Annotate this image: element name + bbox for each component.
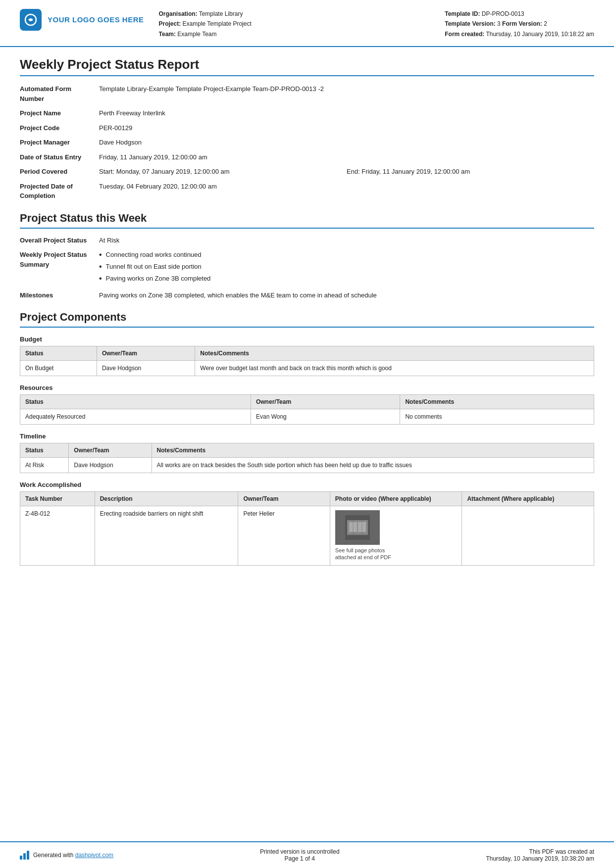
resources-table: Status Owner/Team Notes/Comments Adequat… [20, 394, 594, 425]
milestones-value: Paving works on Zone 3B completed, which… [99, 290, 594, 300]
org-value: Template Library [199, 10, 243, 17]
logo-text: YOUR LOGO GOES HERE [48, 15, 144, 25]
resources-status: Adequately Resourced [20, 409, 251, 425]
budget-table: Status Owner/Team Notes/Comments On Budg… [20, 346, 594, 376]
team-value: Example Team [177, 31, 216, 38]
table-row: At Risk Dave Hodgson All works are on tr… [20, 458, 594, 473]
project-name-row: Project Name Perth Freeway Interlink [20, 108, 594, 118]
project-name-label: Project Name [20, 108, 99, 118]
period-covered-values: Start: Monday, 07 January 2019, 12:00:00… [99, 167, 594, 177]
resources-col-notes: Notes/Comments [400, 395, 594, 409]
header: YOUR LOGO GOES HERE Organisation: Templa… [0, 0, 614, 47]
work-attachment [462, 506, 594, 566]
date-status-entry-value: Friday, 11 January 2019, 12:00:00 am [99, 152, 594, 162]
budget-col-status: Status [20, 346, 97, 361]
milestones-row: Milestones Paving works on Zone 3B compl… [20, 290, 594, 300]
resources-heading: Resources [20, 384, 594, 391]
work-task-number: Z-4B-012 [20, 506, 95, 566]
projected-date-row: Projected Date of Completion Tuesday, 04… [20, 182, 594, 201]
page-number: Page 1 of 4 [260, 855, 340, 862]
budget-owner: Dave Hodgson [97, 361, 195, 376]
form-created-label: Form created: [445, 31, 484, 38]
list-item: Paving works on Zone 3B completed [99, 274, 594, 284]
overall-status-row: Overall Project Status At Risk [20, 236, 594, 245]
timeline-col-owner: Owner/Team [69, 443, 152, 458]
footer: Generated with dashpivot.com Printed ver… [0, 841, 614, 868]
timeline-owner: Dave Hodgson [69, 458, 152, 473]
dashpivot-link[interactable]: dashpivot.com [75, 852, 113, 859]
resources-col-status: Status [20, 395, 251, 409]
project-label: Project: [159, 20, 181, 27]
footer-right: This PDF was created at Thursday, 10 Jan… [486, 848, 594, 862]
form-version-label: Form Version: [502, 20, 542, 27]
projected-date-label: Projected Date of Completion [20, 182, 99, 201]
project-value: Example Template Project [183, 20, 252, 27]
work-accomplished-table: Task Number Description Owner/Team Photo… [20, 491, 594, 566]
template-version-value: 3 [497, 20, 501, 27]
photo-thumbnail [335, 510, 380, 545]
project-components-heading: Project Components [20, 311, 594, 328]
weekly-summary-list: Connecting road works continued Tunnel f… [99, 250, 594, 285]
resources-owner: Evan Wong [251, 409, 400, 425]
timeline-col-status: Status [20, 443, 69, 458]
logo-icon [20, 9, 42, 31]
timeline-col-notes: Notes/Comments [152, 443, 594, 458]
period-covered-row: Period Covered Start: Monday, 07 January… [20, 167, 594, 177]
form-version-value: 2 [544, 20, 547, 27]
project-code-label: Project Code [20, 123, 99, 133]
project-code-row: Project Code PER-00129 [20, 123, 594, 133]
work-col-task: Task Number [20, 492, 95, 506]
timeline-notes: All works are on track besides the South… [152, 458, 594, 473]
generated-label: Generated with [33, 852, 73, 859]
footer-left: Generated with dashpivot.com [20, 851, 113, 860]
overall-status-label: Overall Project Status [20, 236, 99, 245]
project-code-value: PER-00129 [99, 123, 594, 133]
work-col-desc: Description [95, 492, 238, 506]
budget-heading: Budget [20, 336, 594, 343]
project-manager-value: Dave Hodgson [99, 138, 594, 147]
project-status-heading: Project Status this Week [20, 212, 594, 229]
overall-status-value: At Risk [99, 236, 594, 245]
period-covered-end: End: Friday, 11 January 2019, 12:00:00 a… [347, 167, 594, 177]
team-label: Team: [159, 31, 176, 38]
work-col-photo: Photo or video (Where applicable) [330, 492, 462, 506]
resources-col-owner: Owner/Team [251, 395, 400, 409]
automated-form-number-value: Template Library-Example Template Projec… [99, 84, 594, 94]
org-label: Organisation: [159, 10, 198, 17]
work-accomplished-heading: Work Accomplished [20, 481, 594, 488]
resources-notes: No comments [400, 409, 594, 425]
logo-area: YOUR LOGO GOES HERE [20, 9, 144, 31]
table-row: Z-4B-012 Erecting roadside barriers on n… [20, 506, 594, 566]
header-meta: Organisation: Template Library Project: … [144, 9, 445, 39]
period-covered-start: Start: Monday, 07 January 2019, 12:00:00… [99, 167, 347, 177]
printed-label: Printed version is uncontrolled [260, 848, 340, 855]
dashpivot-icon [20, 851, 29, 860]
weekly-summary-label: Weekly Project Status Summary [20, 250, 99, 269]
automated-form-number-row: Automated Form Number Template Library-E… [20, 84, 594, 103]
main-content: Weekly Project Status Report Automated F… [0, 47, 614, 841]
work-col-owner: Owner/Team [238, 492, 330, 506]
template-version-label: Template Version: [445, 20, 495, 27]
automated-form-number-label: Automated Form Number [20, 84, 99, 103]
pdf-created-label: This PDF was created at [486, 848, 594, 855]
project-name-value: Perth Freeway Interlink [99, 108, 594, 118]
template-id-label: Template ID: [445, 10, 480, 17]
projected-date-value: Tuesday, 04 February 2020, 12:00:00 am [99, 182, 594, 192]
form-created-value: Thursday, 10 January 2019, 10:18:22 am [486, 31, 594, 38]
weekly-summary-bullet-list: Connecting road works continued Tunnel f… [99, 250, 594, 284]
timeline-heading: Timeline [20, 433, 594, 440]
budget-col-owner: Owner/Team [97, 346, 195, 361]
project-manager-label: Project Manager [20, 138, 99, 147]
pdf-created-value: Thursday, 10 January 2019, 10:38:20 am [486, 855, 594, 862]
page: YOUR LOGO GOES HERE Organisation: Templa… [0, 0, 614, 868]
period-covered-label: Period Covered [20, 167, 99, 177]
budget-col-notes: Notes/Comments [195, 346, 594, 361]
timeline-table: Status Owner/Team Notes/Comments At Risk… [20, 443, 594, 473]
footer-center: Printed version is uncontrolled Page 1 o… [260, 848, 340, 862]
budget-notes: Were over budget last month and back on … [195, 361, 594, 376]
budget-status: On Budget [20, 361, 97, 376]
date-status-entry-label: Date of Status Entry [20, 152, 99, 162]
timeline-status: At Risk [20, 458, 69, 473]
template-id-value: DP-PROD-0013 [482, 10, 524, 17]
report-title: Weekly Project Status Report [20, 57, 594, 76]
